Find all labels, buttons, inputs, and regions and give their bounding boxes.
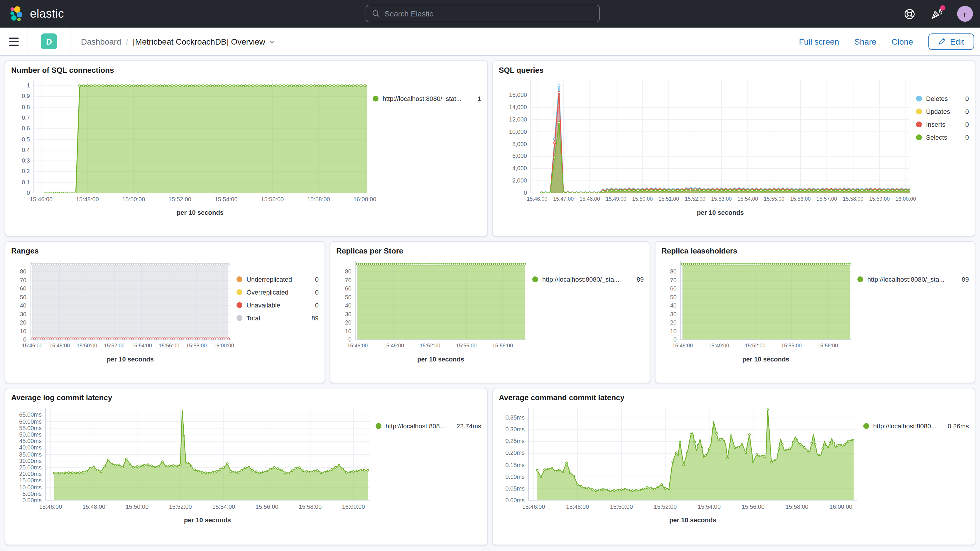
panel-title[interactable]: Ranges (11, 247, 319, 255)
elastic-logo[interactable]: elastic (8, 6, 64, 22)
panel-title[interactable]: Replica leaseholders (661, 247, 969, 255)
legend-value: 22.74ms (452, 422, 481, 430)
y-tick-label: 10.00ms (19, 484, 42, 490)
app-badge-wrap: D (28, 27, 70, 56)
legend-item[interactable]: http://localhost:8080/_sta...89 (858, 273, 969, 286)
y-axis: 01020304050607080 (336, 261, 355, 340)
x-tick-label: 15:50:00 (123, 196, 145, 202)
y-tick-label: 45.00ms (19, 438, 42, 444)
help-icon[interactable] (903, 7, 916, 20)
plot-area[interactable] (45, 408, 370, 500)
panel-title[interactable]: Replicas per Store (336, 247, 644, 255)
breadcrumb: Dashboard / [Metricbeat CockroachDB] Ove… (70, 37, 276, 46)
legend-dot-icon (916, 108, 922, 115)
legend-item[interactable]: Overreplicated0 (237, 286, 319, 299)
panel-title[interactable]: Average command commit latency (499, 393, 969, 402)
legend-dot-icon (532, 276, 538, 282)
legend-item[interactable]: http://localhost:8080...0.26ms (863, 420, 969, 433)
y-tick-label: 40 (345, 302, 352, 309)
y-tick-label: 0.10ms (505, 473, 525, 480)
panel-title[interactable]: SQL queries (499, 66, 969, 75)
legend-item[interactable]: Deletes0 (916, 92, 969, 105)
y-tick-label: 60.00ms (19, 418, 42, 425)
x-tick-label: 16:00:00 (829, 503, 853, 510)
legend-item[interactable]: Unavailable0 (237, 299, 319, 312)
x-axis-label: per 10 seconds (528, 516, 858, 524)
plot-area[interactable] (33, 80, 367, 193)
y-tick-label: 0.2 (22, 168, 30, 175)
legend-label: http://localhost:8080/_sta... (542, 276, 628, 283)
edit-button[interactable]: Edit (928, 33, 974, 49)
breadcrumb-dashboard[interactable]: Dashboard (81, 37, 121, 46)
y-tick-label: 30 (345, 311, 352, 317)
y-tick-label: 16,000 (509, 92, 527, 98)
y-tick-label: 2,000 (512, 177, 527, 184)
y-tick-label: 0.3 (22, 157, 30, 164)
y-tick-label: 65.00ms (19, 412, 42, 418)
x-axis-label: per 10 seconds (45, 516, 370, 524)
x-tick-label: 15:50:00 (76, 343, 97, 349)
y-tick-label: 80 (670, 268, 677, 275)
y-tick-label: 0 (27, 190, 30, 196)
y-tick-label: 30.00ms (19, 458, 42, 464)
y-tick-label: 55.00ms (19, 425, 42, 431)
legend-label: Overreplicated (247, 289, 306, 296)
x-tick-label: 15:56:00 (790, 196, 811, 202)
search-input[interactable] (384, 9, 593, 18)
legend-value: 0 (310, 289, 319, 296)
x-tick-label: 15:48:00 (566, 503, 589, 510)
x-tick-label: 15:58:00 (492, 343, 513, 349)
legend-label: http://localhost:8080/_stat... (383, 95, 469, 102)
x-tick-label: 15:54:00 (132, 343, 152, 349)
legend-value: 89 (632, 276, 644, 283)
legend-item[interactable]: Selects0 (916, 131, 969, 144)
y-tick-label: 0.35ms (505, 414, 525, 421)
legend-value: 0.26ms (943, 422, 969, 430)
y-tick-label: 10,000 (509, 128, 527, 135)
panel-title[interactable]: Number of SQL connections (11, 66, 481, 75)
legend-value: 89 (307, 315, 319, 322)
legend-value: 0 (961, 108, 969, 115)
plot-area[interactable] (680, 261, 851, 340)
plot-area[interactable] (30, 261, 231, 340)
legend-item[interactable]: Updates0 (916, 105, 969, 118)
full-screen-button[interactable]: Full screen (799, 37, 839, 46)
legend-item[interactable]: Total89 (237, 312, 319, 325)
legend-item[interactable]: Underreplicated0 (237, 273, 319, 286)
legend: http://localhost:808...22.74ms (370, 408, 481, 433)
breadcrumb-current[interactable]: [Metricbeat CockroachDB] Overview (133, 37, 276, 46)
y-axis: 0.00ms5.00ms10.00ms15.00ms20.00ms25.00ms… (11, 408, 45, 500)
x-tick-label: 16:00:00 (342, 503, 365, 510)
x-axis-label: per 10 seconds (355, 355, 527, 363)
clone-button[interactable]: Clone (892, 37, 913, 46)
legend-dot-icon (863, 423, 869, 429)
legend-value: 0 (961, 121, 969, 128)
share-button[interactable]: Share (854, 37, 877, 46)
x-tick-label: 15:54:00 (698, 503, 721, 510)
legend-value: 0 (961, 95, 969, 102)
x-tick-label: 15:48:00 (49, 343, 70, 349)
legend-item[interactable]: Inserts0 (916, 118, 969, 131)
x-tick-label: 15:53:00 (711, 196, 732, 202)
legend-item[interactable]: http://localhost:808...22.74ms (375, 420, 481, 433)
plot-area[interactable] (528, 408, 858, 500)
plot-area[interactable] (355, 261, 527, 340)
user-avatar[interactable]: r (957, 6, 973, 22)
global-search[interactable] (366, 5, 600, 22)
legend-item[interactable]: http://localhost:8080/_stat...1 (372, 92, 481, 105)
legend-value: 89 (957, 276, 969, 283)
legend-label: http://localhost:8080/_sta... (867, 276, 953, 283)
y-tick-label: 70 (20, 277, 26, 283)
x-tick-label: 15:46:00 (22, 343, 43, 349)
y-axis: 02,0004,0006,0008,00010,00012,00014,0001… (499, 80, 530, 193)
panel-title[interactable]: Average log commit latency (11, 393, 481, 402)
y-tick-label: 0.8 (22, 104, 30, 110)
y-tick-label: 20 (20, 319, 26, 326)
plot-area[interactable] (530, 80, 910, 193)
legend-item[interactable]: http://localhost:8080/_sta...89 (532, 273, 644, 286)
x-axis: 15:46:0015:48:0015:50:0015:52:0015:54:00… (33, 196, 367, 205)
x-tick-label: 15:52:00 (745, 343, 765, 349)
menu-icon[interactable] (0, 27, 28, 56)
newsfeed-icon[interactable] (930, 7, 943, 20)
y-tick-label: 50 (345, 294, 352, 300)
